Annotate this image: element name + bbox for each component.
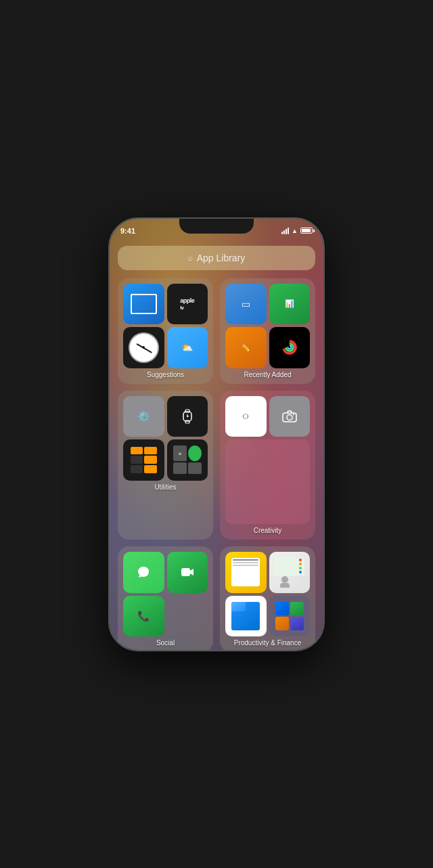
status-time: 9:41	[120, 227, 135, 235]
svg-point-19	[287, 414, 292, 420]
signal-bar-3	[286, 229, 287, 234]
app-group-recently-added[interactable]: ▭ 📊 ✏️	[220, 278, 315, 384]
utilities-apps: ⚙️	[123, 396, 208, 481]
app-icon-files[interactable]	[225, 596, 267, 637]
search-bar[interactable]: ⌕ App Library	[118, 246, 315, 270]
app-group-utilities[interactable]: ⚙️	[118, 391, 213, 540]
app-icon-weather[interactable]: ⛅	[167, 327, 208, 368]
app-icon-phone[interactable]: 📞	[123, 596, 164, 637]
app-group-creativity[interactable]: Creativity	[220, 391, 315, 540]
svg-rect-4	[185, 410, 189, 412]
phone-frame: 9:41 ▲ ⌕ App Library	[108, 217, 325, 651]
battery-fill	[302, 229, 311, 232]
app-icon-productivity-mini[interactable]	[269, 596, 311, 637]
app-group-social[interactable]: 📞 Social	[118, 546, 213, 650]
social-label: Social	[123, 639, 208, 647]
notch	[179, 219, 254, 234]
battery-icon	[300, 227, 313, 234]
app-icon-activity[interactable]	[269, 327, 311, 368]
app-icon-calculator[interactable]	[123, 439, 164, 481]
creativity-label: Creativity	[225, 527, 310, 534]
app-icon-appletv[interactable]: appletv	[167, 284, 208, 325]
app-icon-photos[interactable]	[225, 396, 267, 437]
app-icon-facetime[interactable]	[167, 552, 208, 593]
app-icon-pages[interactable]: ✏️	[225, 327, 267, 368]
app-icon-keynote[interactable]: ▭	[225, 284, 267, 325]
suggestions-label: Suggestions	[123, 371, 208, 378]
signal-bar-4	[288, 227, 289, 234]
clock-center	[142, 346, 145, 349]
productivity-apps	[225, 552, 310, 636]
signal-bar-1	[281, 232, 283, 234]
app-grid: appletv ⛅	[118, 278, 315, 650]
signal-icon	[281, 227, 289, 234]
app-icon-messages[interactable]	[123, 552, 164, 593]
productivity-label: Productivity & Finance	[225, 639, 310, 647]
svg-point-20	[293, 414, 294, 415]
clock-face	[129, 332, 159, 363]
app-icon-numbers[interactable]: 📊	[269, 284, 311, 325]
facetime-icon-svg	[181, 567, 194, 578]
suggestions-apps: appletv ⛅	[123, 284, 208, 368]
app-icon-watch[interactable]	[167, 396, 208, 437]
camera-icon-svg	[282, 410, 297, 422]
search-icon: ⌕	[188, 253, 193, 263]
app-icon-clock[interactable]	[123, 327, 164, 368]
app-icon-contacts[interactable]	[269, 552, 311, 593]
recently-added-label: Recently Added	[225, 371, 310, 378]
photos-icon-svg	[236, 407, 255, 426]
search-placeholder: App Library	[197, 253, 246, 263]
main-content: ⌕ App Library	[110, 239, 323, 650]
creativity-apps	[225, 396, 310, 525]
svg-point-17	[244, 414, 248, 418]
social-empty	[167, 596, 208, 637]
phone-screen: 9:41 ▲ ⌕ App Library	[110, 219, 323, 650]
signal-bar-2	[283, 230, 285, 234]
activity-rings-svg	[282, 340, 297, 355]
svg-point-2	[288, 346, 291, 349]
recently-added-apps: ▭ 📊 ✏️	[225, 284, 310, 368]
app-icon-mail[interactable]	[123, 284, 164, 325]
app-group-productivity[interactable]: Productivity & Finance	[220, 546, 315, 650]
social-apps: 📞	[123, 552, 208, 636]
messages-icon-svg	[137, 565, 150, 579]
watch-icon-svg	[181, 409, 193, 424]
status-icons: ▲	[281, 227, 313, 234]
svg-rect-21	[181, 568, 190, 576]
app-icon-creativity-placeholder	[225, 439, 310, 524]
svg-rect-5	[185, 420, 189, 423]
app-icon-notes[interactable]	[225, 552, 267, 593]
wifi-icon: ▲	[292, 227, 298, 234]
app-group-suggestions[interactable]: appletv ⛅	[118, 278, 213, 384]
app-icon-camera[interactable]	[269, 396, 311, 437]
app-icon-settings[interactable]: ⚙️	[123, 396, 164, 437]
svg-point-1	[286, 344, 293, 351]
app-icon-utilities-misc[interactable]: ⊞	[167, 439, 208, 481]
utilities-label: Utilities	[123, 483, 208, 491]
